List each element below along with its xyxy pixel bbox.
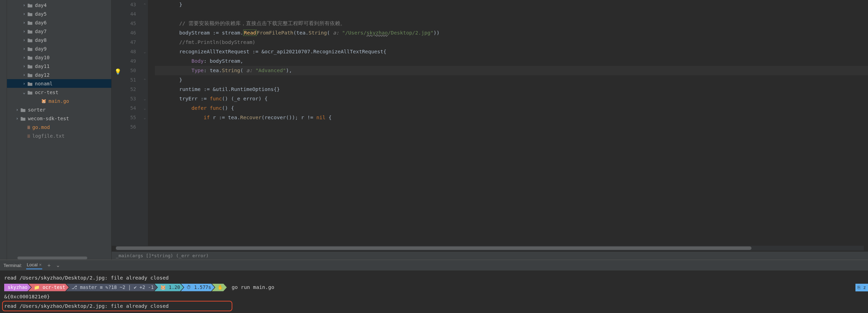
fold-marker[interactable]: ⌃ [144, 75, 146, 85]
code-line-46[interactable]: bodyStream := stream.ReadFromFilePath(te… [155, 28, 868, 38]
prompt-user: skyzhao [4, 284, 31, 291]
code-line-56[interactable] [155, 122, 868, 132]
tree-item-logfile-txt[interactable]: ≣logfile.txt [7, 131, 111, 140]
tree-label: day11 [35, 63, 50, 69]
folder-icon [27, 37, 33, 43]
tree-item-day7[interactable]: ›day7 [7, 27, 111, 36]
tree-item-main-go[interactable]: 🐹main.go [7, 97, 111, 105]
expand-arrow[interactable]: › [21, 3, 27, 8]
breadcrumb[interactable]: _main(args []*string) (_err error) [112, 251, 868, 260]
expand-arrow[interactable]: ⌄ [21, 90, 27, 95]
prompt-right: ⎘ z [855, 284, 868, 291]
new-terminal-button[interactable]: ＋ [46, 262, 52, 269]
prompt-dir: 📁 ocr-test [28, 284, 69, 291]
tree-item-go-mod[interactable]: ≣go.mod [7, 123, 111, 131]
folder-icon [27, 72, 33, 78]
tree-label: day5 [35, 11, 47, 17]
terminal-tabs: Terminal: Local× ＋ ⌄ [0, 260, 868, 270]
fold-marker[interactable]: ⌄ [144, 104, 146, 113]
editor-hscroll[interactable] [116, 246, 864, 251]
sidebar-hscroll[interactable] [7, 256, 111, 260]
error-highlight [2, 301, 232, 311]
fold-marker[interactable]: ⌄ [144, 47, 146, 56]
code-line-55[interactable]: if r := tea.Recover(recover()); r != nil… [155, 113, 868, 122]
fold-marker[interactable]: ⌄ [144, 94, 146, 104]
tree-item-day11[interactable]: ›day11 [7, 62, 111, 70]
tree-item-wecom-sdk-test[interactable]: ›wecom-sdk-test [7, 114, 111, 123]
line-gutter: 43444546474849💡50515253545556 [112, 0, 143, 246]
code-line-53[interactable]: tryErr := func() (_e error) { [155, 94, 868, 104]
tree-item-sorter[interactable]: ›sorter [7, 105, 111, 114]
expand-arrow[interactable]: › [21, 81, 27, 86]
tree-label: day9 [35, 46, 47, 52]
expand-arrow[interactable]: › [21, 46, 27, 51]
terminal-output-line: &{0xc0001821e0} [4, 292, 864, 301]
tree-item-day9[interactable]: ›day9 [7, 44, 111, 53]
tree-item-day6[interactable]: ›day6 [7, 18, 111, 27]
folder-icon [27, 20, 33, 25]
lightbulb-icon[interactable]: 💡 [114, 67, 121, 76]
code-line-51[interactable]: } [155, 75, 868, 85]
code-line-50[interactable]: Type: tea.String( a: "Advanced"), [155, 66, 868, 75]
terminal-prompt[interactable]: skyzhao📁 ocr-test⎇ master ≡ ✎?18 ~2 | ✔ … [4, 283, 864, 292]
expand-arrow[interactable]: › [14, 107, 20, 112]
code-line-54[interactable]: defer func() { [155, 104, 868, 113]
project-tree[interactable]: ›day4›day5›day6›day7›day8›day9›day10›day… [7, 0, 112, 260]
terminal-title: Terminal: [3, 263, 22, 268]
tree-item-nonaml[interactable]: ›nonaml [7, 79, 111, 88]
folder-icon [27, 2, 33, 8]
fold-marker[interactable]: ⌃ [144, 0, 146, 9]
expand-arrow[interactable]: › [21, 64, 27, 69]
fold-column[interactable]: ⌃⌄⌃⌄⌄⌄ [143, 0, 148, 246]
expand-arrow[interactable]: › [21, 55, 27, 60]
expand-arrow[interactable]: › [21, 72, 27, 77]
code-line-48[interactable]: recognizeAllTextRequest := &ocr_api20210… [155, 47, 868, 56]
tree-item-day8[interactable]: ›day8 [7, 36, 111, 44]
folder-icon [20, 116, 26, 121]
terminal-command: go run main.go [232, 283, 274, 292]
folder-icon [27, 63, 33, 69]
code-line-52[interactable]: runtime := &util.RuntimeOptions{} [155, 85, 868, 94]
tree-label: wecom-sdk-test [28, 116, 69, 121]
expand-arrow[interactable]: › [21, 29, 27, 34]
code-line-47[interactable]: //fmt.Println(bodyStream) [155, 38, 868, 47]
expand-arrow[interactable]: › [21, 20, 27, 25]
tree-item-ocr-test[interactable]: ⌄ocr-test [7, 88, 111, 97]
tree-label: go.mod [32, 124, 50, 130]
code-body[interactable]: } // 需要安装额外的依赖库，直接点击下载完整工程即可看到所有依赖。 body… [148, 0, 868, 246]
code-line-43[interactable]: } [155, 0, 868, 9]
ide-left-gutter [0, 0, 7, 260]
expand-arrow[interactable]: › [14, 116, 20, 121]
terminal-body[interactable]: read /Users/skyzhao/Desktop/2.jpg: file … [0, 270, 868, 313]
terminal-tab-local[interactable]: Local× [26, 261, 43, 269]
tree-item-day4[interactable]: ›day4 [7, 1, 111, 9]
tree-label: main.go [48, 98, 69, 104]
editor[interactable]: 43444546474849💡50515253545556 ⌃⌄⌃⌄⌄⌄ } /… [112, 0, 868, 260]
folder-icon [20, 107, 26, 113]
prompt-time: ⏱ 1.577s [181, 284, 215, 291]
code-line-44[interactable] [155, 9, 868, 19]
tree-item-day5[interactable]: ›day5 [7, 9, 111, 18]
tree-label: day8 [35, 37, 47, 43]
terminal-panel[interactable]: Terminal: Local× ＋ ⌄ read /Users/skyzhao… [0, 260, 868, 313]
go-file-icon: 🐹 [41, 99, 46, 104]
folder-icon [27, 29, 33, 34]
code-line-49[interactable]: Body: bodyStream, [155, 56, 868, 66]
close-tab-icon[interactable]: × [39, 262, 42, 267]
tree-item-day12[interactable]: ›day12 [7, 70, 111, 79]
folder-icon [27, 11, 33, 17]
tree-item-day10[interactable]: ›day10 [7, 53, 111, 62]
fold-marker[interactable]: ⌄ [144, 113, 146, 122]
file-icon: ≣ [27, 124, 30, 130]
folder-icon [27, 55, 33, 60]
terminal-dropdown[interactable]: ⌄ [56, 262, 60, 268]
terminal-output-line: read /Users/skyzhao/Desktop/2.jpg: file … [4, 273, 864, 283]
tree-label: day12 [35, 72, 50, 78]
expand-arrow[interactable]: › [21, 12, 27, 16]
tree-label: nonaml [35, 81, 53, 86]
folder-icon [27, 81, 33, 86]
tree-label: day10 [35, 55, 50, 60]
expand-arrow[interactable]: › [21, 38, 27, 43]
tree-label: ocr-test [35, 90, 58, 95]
code-line-45[interactable]: // 需要安装额外的依赖库，直接点击下载完整工程即可看到所有依赖。 [155, 19, 868, 28]
